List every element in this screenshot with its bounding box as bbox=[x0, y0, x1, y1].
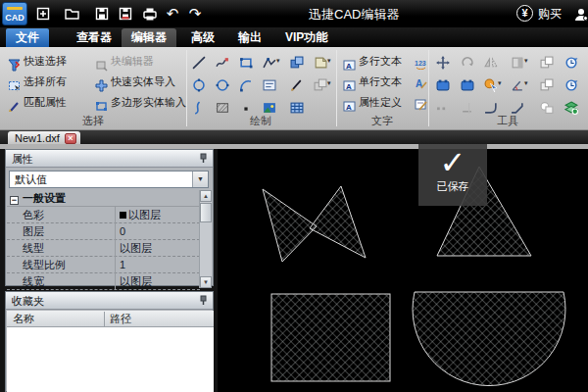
scroll-down-button[interactable]: ▼ bbox=[200, 276, 212, 288]
arc-tool[interactable] bbox=[239, 75, 253, 93]
sketch-tool[interactable] bbox=[216, 53, 229, 71]
line-tool[interactable] bbox=[192, 53, 206, 71]
scrollbar[interactable]: ▲ ▼ bbox=[199, 190, 212, 288]
menu-tab-advanced[interactable]: 高级 bbox=[181, 28, 224, 47]
panel-tool[interactable]: ▾ bbox=[511, 53, 528, 71]
pen-tool[interactable] bbox=[290, 75, 304, 93]
edit-text-tool[interactable] bbox=[415, 74, 427, 92]
quick-entity-import-tool[interactable]: 快速实体导入 bbox=[95, 74, 175, 90]
collapse-icon[interactable]: − bbox=[10, 196, 19, 205]
favorites-list[interactable] bbox=[7, 327, 214, 392]
snap-tool[interactable]: ▾ bbox=[484, 75, 502, 93]
chevron-down-icon: ▾ bbox=[327, 57, 331, 64]
ellipse-tool[interactable] bbox=[216, 75, 229, 93]
save-button[interactable] bbox=[91, 3, 113, 24]
rotate-ccw-icon bbox=[564, 78, 578, 92]
block-editor-tool[interactable]: 块编辑器 bbox=[95, 54, 154, 70]
pin-icon[interactable] bbox=[198, 295, 209, 306]
menu-tab-file[interactable]: 文件 bbox=[6, 28, 49, 47]
mirror-tool[interactable] bbox=[484, 53, 498, 71]
select-all-icon bbox=[8, 79, 21, 92]
polyline-icon bbox=[263, 56, 276, 70]
copy2-tool[interactable] bbox=[540, 75, 554, 93]
viewport2-tool[interactable] bbox=[461, 75, 474, 93]
ole-object-tool[interactable] bbox=[263, 75, 276, 93]
layers-tool[interactable] bbox=[564, 98, 578, 116]
property-row[interactable]: 线宽 以图层 bbox=[7, 273, 200, 290]
saved-toast: ✓ 已保存 bbox=[418, 144, 487, 206]
property-row[interactable]: 线型比例 1 bbox=[7, 257, 200, 273]
menu-tab-editor[interactable]: 编辑器 bbox=[122, 28, 176, 47]
select-all-tool[interactable]: 选择所有 bbox=[8, 74, 67, 90]
scrollbar-thumb[interactable] bbox=[200, 203, 212, 222]
spline-tool[interactable] bbox=[192, 98, 206, 116]
annotate-icon bbox=[415, 98, 427, 111]
point-icon bbox=[239, 101, 253, 115]
menu-tab-vip[interactable]: VIP功能 bbox=[275, 28, 337, 47]
annotate-tool[interactable] bbox=[415, 95, 427, 113]
rectangle-tool[interactable] bbox=[239, 53, 253, 71]
drawing-canvas[interactable] bbox=[218, 149, 588, 392]
single-text-tool[interactable]: 单行文本 bbox=[343, 74, 402, 90]
numbering-tool[interactable] bbox=[415, 54, 427, 72]
group-divider bbox=[428, 50, 429, 126]
quick-select-tool[interactable]: 快速选择 bbox=[8, 54, 67, 70]
favorites-column-headers[interactable]: 名称 路径 bbox=[7, 311, 214, 327]
rotate-cw-tool[interactable] bbox=[564, 53, 578, 71]
rotate-ccw-tool[interactable] bbox=[564, 75, 578, 93]
column-path[interactable]: 路径 bbox=[110, 311, 131, 326]
line-icon bbox=[192, 56, 206, 70]
circle-tool[interactable] bbox=[192, 75, 206, 93]
property-row[interactable]: 线型 以图层 bbox=[7, 240, 200, 257]
scroll-up-button[interactable]: ▲ bbox=[200, 190, 212, 202]
attribute-define-tool[interactable]: 属性定义 bbox=[343, 95, 402, 111]
property-group-row[interactable]: −一般设置 bbox=[7, 190, 200, 207]
close-icon[interactable]: × bbox=[65, 133, 76, 144]
polygon-entity-input-tool[interactable]: 多边形实体输入 bbox=[95, 95, 186, 111]
print-button[interactable] bbox=[139, 3, 161, 24]
fillet-icon bbox=[484, 101, 498, 115]
check-icon: ✓ bbox=[418, 144, 487, 181]
cursor-icon bbox=[484, 78, 498, 92]
buy-button[interactable]: 购买 bbox=[538, 6, 562, 23]
shapes-icon bbox=[540, 101, 554, 115]
open-file-button[interactable] bbox=[61, 3, 82, 24]
rectangle-icon bbox=[239, 56, 253, 70]
redo-icon: ↷ bbox=[189, 5, 202, 22]
preset-dropdown[interactable]: 默认值 ▼ bbox=[9, 171, 209, 188]
favorites-panel: 收藏夹 名称 路径 bbox=[5, 291, 214, 392]
property-row[interactable]: 图层 0 bbox=[7, 223, 200, 240]
move-tool[interactable] bbox=[436, 53, 450, 71]
chevron-down-icon[interactable]: ▼ bbox=[192, 172, 208, 187]
save-pdf-button[interactable] bbox=[115, 3, 136, 24]
column-name[interactable]: 名称 bbox=[7, 313, 34, 324]
rotate-tool[interactable] bbox=[461, 53, 474, 71]
app-logo-icon: CAD bbox=[2, 2, 27, 25]
sketch-icon bbox=[216, 56, 229, 70]
block-editor-icon bbox=[95, 59, 108, 72]
image-icon bbox=[263, 101, 276, 115]
stamp-tool[interactable]: ▾ bbox=[314, 53, 331, 71]
insert-block-tool[interactable] bbox=[290, 53, 304, 71]
mtext-tool[interactable]: 多行文本 bbox=[343, 54, 402, 70]
move-icon bbox=[436, 56, 450, 70]
chevron-down-icon: ▾ bbox=[276, 57, 280, 64]
document-tab[interactable]: New1.dxf× bbox=[8, 131, 80, 145]
measure-tool[interactable]: ▾ bbox=[511, 75, 528, 93]
single-text-icon bbox=[343, 79, 356, 92]
property-row[interactable]: 色彩 以图层 bbox=[7, 207, 200, 223]
polyline-tool[interactable]: ▾ bbox=[263, 53, 280, 71]
group-tool[interactable]: ▾ bbox=[314, 75, 331, 93]
match-properties-tool[interactable]: 匹配属性 bbox=[8, 95, 67, 111]
array-tool[interactable] bbox=[436, 98, 450, 116]
menu-tab-output[interactable]: 输出 bbox=[228, 28, 271, 47]
pin-icon[interactable] bbox=[198, 153, 209, 164]
account-button[interactable] bbox=[573, 5, 588, 23]
redo-button[interactable]: ↷ bbox=[184, 3, 206, 24]
new-file-button[interactable] bbox=[32, 3, 54, 24]
array-icon bbox=[436, 101, 450, 115]
copy-tool[interactable] bbox=[540, 53, 554, 71]
menu-tab-viewer[interactable]: 查看器 bbox=[67, 28, 122, 47]
viewport-tool[interactable] bbox=[436, 75, 450, 93]
undo-button[interactable]: ↶ bbox=[162, 3, 183, 24]
